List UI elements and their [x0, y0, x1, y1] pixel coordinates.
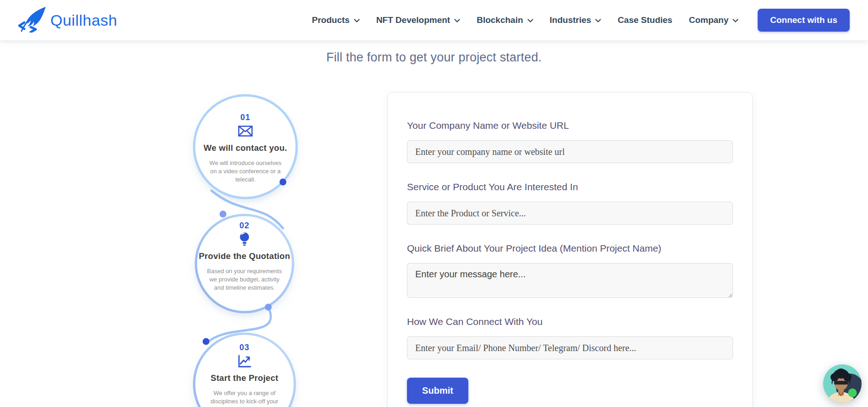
quill-logo-icon [18, 6, 48, 34]
chevron-down-icon [595, 15, 601, 25]
page-title: Fill the form to get your project starte… [0, 50, 868, 65]
step-quotation: 02 Provide the Quotation Based on your r… [194, 221, 295, 292]
online-status-dot [848, 389, 857, 397]
top-navbar: Quillhash Products NFT Development Block… [0, 0, 868, 40]
brand-name: Quillhash [50, 11, 117, 29]
nav-label: Industries [550, 15, 591, 25]
nav-item-industries[interactable]: Industries [550, 15, 602, 25]
chevron-down-icon [354, 15, 360, 25]
company-name-label: Your Company Name or Website URL [407, 120, 733, 131]
submit-button[interactable]: Submit [407, 378, 468, 404]
step-description: Based on your requirements we provide bu… [205, 267, 284, 292]
service-interest-label: Service or Product You Are Interested In [407, 182, 733, 192]
support-avatar [822, 363, 863, 404]
step-contact: 01 We will contact you. We will introduc… [195, 113, 296, 184]
project-form-card: Your Company Name or Website URL Service… [387, 92, 753, 407]
step-number: 03 [194, 343, 295, 352]
nav-label: Products [312, 15, 349, 25]
chevron-down-icon [732, 15, 738, 25]
project-brief-textarea[interactable] [407, 263, 733, 298]
nav-label: Company [689, 15, 729, 25]
growth-chart-icon [194, 354, 295, 368]
step-number: 02 [194, 221, 295, 231]
step-start-project: 03 Start the Project We offer you a rang… [194, 343, 295, 407]
contact-method-label: How We Can Connect With You [407, 316, 733, 327]
nav-item-case-studies[interactable]: Case Studies [618, 15, 672, 25]
company-name-input[interactable] [407, 140, 733, 163]
step-description: We offer you a range of disciplines to k… [205, 389, 284, 407]
project-brief-label: Quick Brief About Your Project Idea (Men… [407, 243, 733, 254]
nav-label: Blockchain [477, 15, 523, 25]
step-title: Start the Project [194, 373, 295, 383]
nav-item-products[interactable]: Products [312, 15, 359, 25]
chevron-down-icon [454, 15, 460, 25]
contact-method-input[interactable] [407, 336, 733, 359]
step-description: We will introduce ourselves on a video c… [206, 159, 285, 184]
chevron-down-icon [527, 15, 533, 25]
step-title: Provide the Quotation [194, 251, 295, 261]
main-nav: Products NFT Development Blockchain Indu… [312, 15, 738, 25]
nav-label: Case Studies [618, 15, 672, 25]
nav-label: NFT Development [376, 15, 450, 25]
chat-launcher[interactable] [822, 363, 863, 404]
step-number: 01 [195, 113, 296, 122]
step-title: We will contact you. [195, 143, 296, 153]
brand-logo[interactable]: Quillhash [18, 6, 117, 34]
page: Quillhash Products NFT Development Block… [0, 0, 868, 407]
nav-item-blockchain[interactable]: Blockchain [477, 15, 533, 25]
connect-with-us-button[interactable]: Connect with us [758, 9, 850, 32]
envelope-icon [195, 124, 296, 138]
lightbulb-icon [194, 232, 295, 247]
nav-item-nft-development[interactable]: NFT Development [376, 15, 461, 25]
service-interest-input[interactable] [407, 202, 733, 225]
nav-item-company[interactable]: Company [689, 15, 739, 25]
